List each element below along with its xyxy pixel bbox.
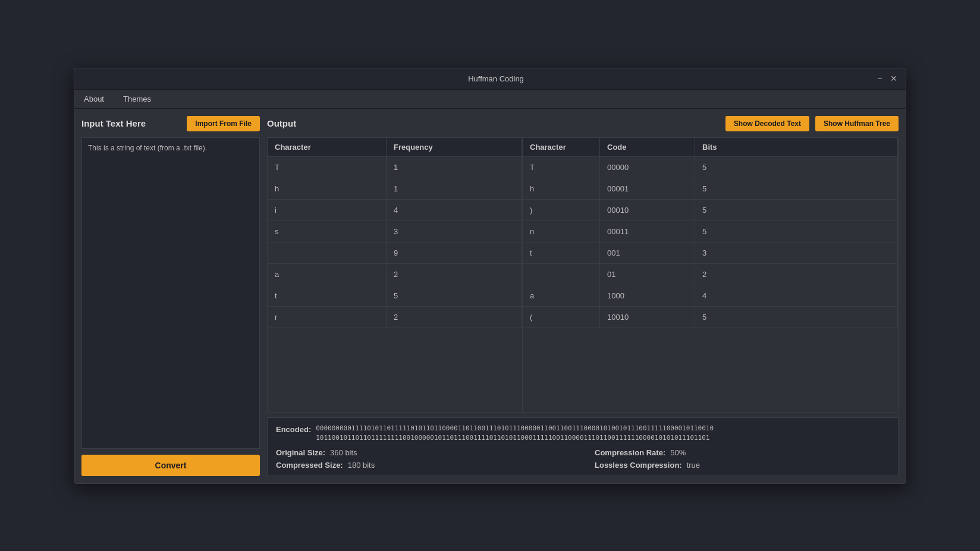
freq-freq-cell: 1 [387,157,522,178]
window-controls: − ✕ [875,74,899,83]
huff-char-cell: ) [523,200,600,221]
huff-code-cell: 00000 [600,157,695,178]
stats-section: Original Size: 360 bits Compressed Size:… [276,448,890,470]
import-button[interactable]: Import From File [187,116,260,131]
huff-bits-cell: 3 [695,243,898,263]
window-title: Huffman Coding [117,74,875,83]
huff-table-row: t 001 3 [523,243,898,264]
main-content: Input Text Here Import From File This is… [74,109,906,483]
freq-char-cell: h [268,178,387,199]
menu-about[interactable]: About [79,92,109,106]
huff-table-row: T 00000 5 [523,157,898,178]
huff-char-cell: n [523,221,600,242]
huff-bits-cell: 5 [695,200,898,221]
menu-themes[interactable]: Themes [118,92,156,106]
lossless-label: Lossless Compression: [595,461,682,470]
compression-rate-value: 50% [670,448,686,457]
input-text-content: This is a string of text (from a .txt fi… [88,144,207,152]
freq-char-cell: r [268,307,387,328]
huff-bits-cell: 2 [695,264,898,285]
freq-table-body[interactable]: T 1 h 1 i 4 s 3 9 a 2 t 5 r 2 [268,157,522,412]
encoded-section: Encoded: 0000000001111010110111110101101… [276,424,890,443]
compressed-size-label: Compressed Size: [276,461,343,470]
huff-table-row: ) 00010 5 [523,200,898,221]
freq-table-row: a 2 [268,264,522,285]
huff-table-body[interactable]: T 00000 5 h 00001 5 ) 00010 5 n 00011 5 … [523,157,898,412]
huff-char-cell: h [523,178,600,199]
freq-table-row: s 3 [268,221,522,243]
show-decoded-button[interactable]: Show Decoded Text [725,116,809,131]
lossless-item: Lossless Compression: true [595,461,890,470]
compression-rate-item: Compression Rate: 50% [595,448,890,457]
huff-table-row: 01 2 [523,264,898,285]
huff-bits-cell: 4 [695,285,898,306]
freq-freq-cell: 9 [387,243,522,263]
freq-col-freq-header: Frequency [387,138,522,156]
left-panel: Input Text Here Import From File This is… [81,116,260,476]
huff-col-code-header: Code [600,138,695,156]
freq-table-header: Character Frequency [268,138,522,157]
freq-freq-cell: 2 [387,264,522,285]
huff-code-cell: 1000 [600,285,695,306]
huff-table-row: h 00001 5 [523,178,898,200]
freq-table-row: 9 [268,243,522,264]
original-size-label: Original Size: [276,448,325,457]
freq-table-row: r 2 [268,307,522,328]
freq-char-cell: s [268,221,387,242]
menu-bar: About Themes [74,90,906,109]
encoded-text-block: 0000000001111010110111110101101100001101… [316,424,714,443]
huff-table-row: n 00011 5 [523,221,898,243]
encoded-line2: 1011001011011011111111001000001011011100… [316,433,714,443]
huff-table-row: a 1000 4 [523,285,898,307]
freq-freq-cell: 5 [387,285,522,306]
huff-bits-cell: 5 [695,178,898,199]
original-size-value: 360 bits [330,448,357,457]
original-size-item: Original Size: 360 bits [276,448,571,457]
right-panel: Output Show Decoded Text Show Huffman Tr… [267,116,899,476]
huff-bits-cell: 5 [695,221,898,242]
huff-code-cell: 001 [600,243,695,263]
huff-char-cell: t [523,243,600,263]
freq-char-cell [268,243,387,263]
compressed-size-item: Compressed Size: 180 bits [276,461,571,470]
convert-button[interactable]: Convert [81,455,260,476]
minimize-button[interactable]: − [875,74,884,83]
huff-col-bits-header: Bits [695,138,898,156]
huff-bits-cell: 5 [695,157,898,178]
stats-right: Compression Rate: 50% Lossless Compressi… [595,448,890,470]
right-panel-header: Output Show Decoded Text Show Huffman Tr… [267,116,899,131]
freq-col-char-header: Character [268,138,387,156]
freq-char-cell: a [268,264,387,285]
input-text-area[interactable]: This is a string of text (from a .txt fi… [81,137,260,449]
input-title: Input Text Here [81,118,146,128]
lossless-value: true [687,461,700,470]
huff-code-cell: 00011 [600,221,695,242]
freq-table-row: T 1 [268,157,522,178]
freq-char-cell: T [268,157,387,178]
freq-table-row: i 4 [268,200,522,221]
compressed-size-value: 180 bits [348,461,375,470]
freq-freq-cell: 3 [387,221,522,242]
freq-table-row: h 1 [268,178,522,200]
title-bar: Huffman Coding − ✕ [74,68,906,90]
compression-rate-label: Compression Rate: [595,448,665,457]
close-button[interactable]: ✕ [889,74,899,83]
desktop: Huffman Coding − ✕ About Themes Input Te… [0,0,980,551]
encoded-line1: 0000000001111010110111110101101100001101… [316,424,714,434]
left-panel-header: Input Text Here Import From File [81,116,260,131]
huff-char-cell: a [523,285,600,306]
stats-left: Original Size: 360 bits Compressed Size:… [276,448,571,470]
frequency-table: Character Frequency T 1 h 1 i 4 s 3 9 a … [267,137,523,413]
output-title: Output [267,118,296,128]
show-huffman-button[interactable]: Show Huffman Tree [815,116,899,131]
tables-section: Character Frequency T 1 h 1 i 4 s 3 9 a … [267,137,899,413]
huffman-table: Character Code Bits T 00000 5 h 00001 5 … [523,137,899,413]
app-window: Huffman Coding − ✕ About Themes Input Te… [74,68,906,484]
freq-freq-cell: 4 [387,200,522,221]
huff-bits-cell: 5 [695,307,898,328]
freq-table-row: t 5 [268,285,522,307]
huff-table-row: ( 10010 5 [523,307,898,328]
huff-char-cell: T [523,157,600,178]
huff-code-cell: 10010 [600,307,695,328]
huff-table-header: Character Code Bits [523,138,898,157]
